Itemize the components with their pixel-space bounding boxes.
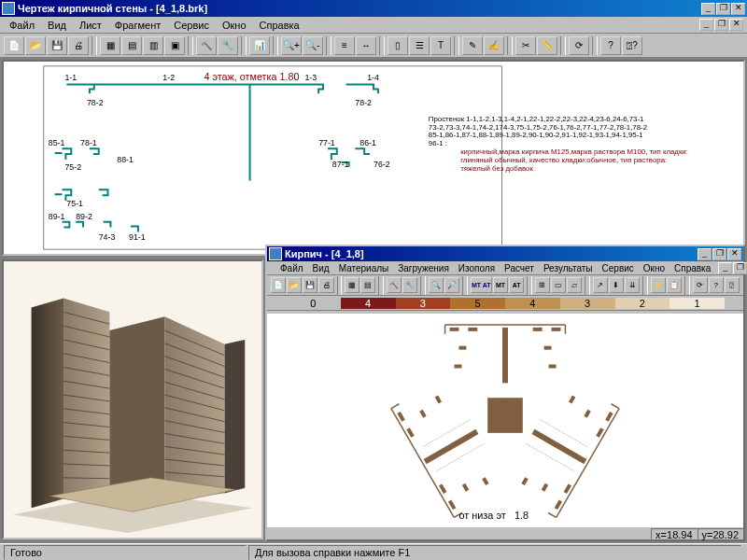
wall-icon[interactable]: ▥	[143, 36, 163, 55]
sub-menu-window[interactable]: Окно	[640, 263, 669, 273]
sub-plan-icon[interactable]: ▱	[567, 277, 582, 293]
menu-view[interactable]: Вид	[42, 19, 72, 32]
sub-mdi-min-button[interactable]: _	[718, 262, 732, 274]
sub-analyze-icon[interactable]: ⚡	[651, 277, 666, 293]
text-icon[interactable]: T	[430, 36, 451, 55]
close-button[interactable]: ✕	[731, 3, 745, 15]
sub-menu-isofields[interactable]: Изополя	[455, 263, 499, 273]
sub-zoom-icon[interactable]: 🔍	[429, 277, 444, 293]
svg-text:91-1: 91-1	[129, 232, 146, 242]
menu-service[interactable]: Сервис	[168, 19, 215, 32]
edit-icon[interactable]: ✎	[462, 36, 483, 55]
svg-text:глиняный обычный, качество кла: глиняный обычный, качество кладки:обычно…	[460, 156, 667, 164]
grid-icon[interactable]: ▦	[100, 36, 120, 55]
wrench-icon[interactable]: 🔧	[218, 36, 238, 55]
render-3d-view[interactable]	[2, 259, 263, 539]
menu-window[interactable]: Окно	[217, 19, 252, 32]
svg-text:78-1: 78-1	[80, 138, 97, 147]
status-ready: Готово	[4, 545, 247, 560]
sub-wall-icon[interactable]: ▤	[360, 277, 375, 293]
sub-grid-icon[interactable]: ▦	[345, 277, 359, 293]
layers-icon[interactable]: ▤	[121, 36, 142, 55]
sub-at-button[interactable]: AT	[509, 277, 524, 293]
svg-rect-80	[521, 477, 528, 485]
svg-text:96-1 :: 96-1 :	[429, 139, 447, 147]
sub-menu-help[interactable]: Справка	[670, 263, 714, 273]
svg-rect-90	[482, 477, 488, 485]
menu-file[interactable]: Файл	[4, 19, 40, 32]
svg-rect-77	[584, 410, 590, 418]
svg-rect-79	[569, 396, 575, 404]
sub-menu-calc[interactable]: Расчет	[500, 263, 538, 273]
sub-mt-button[interactable]: MT	[493, 277, 508, 293]
sub-open-icon[interactable]: 📂	[287, 277, 302, 293]
sub-wrench-icon[interactable]: 🔧	[402, 277, 417, 293]
minimize-button[interactable]: _	[701, 3, 715, 15]
sub-new-icon[interactable]: 📄	[271, 277, 286, 293]
menu-help[interactable]: Справка	[254, 19, 305, 32]
sub-menu-materials[interactable]: Материалы	[335, 263, 393, 273]
plan-view[interactable]: от низа эт 1.8	[267, 314, 743, 526]
new-icon[interactable]: 📄	[4, 36, 24, 55]
sub-menu-file[interactable]: Файл	[276, 263, 307, 273]
sub-report-icon[interactable]: 📋	[667, 277, 682, 293]
column-icon[interactable]: ▣	[164, 36, 185, 55]
sub-elev-icon[interactable]: ▭	[551, 277, 566, 293]
sub-about-icon[interactable]: ⍰	[725, 277, 740, 293]
sub-mtat-button[interactable]: MT AT	[471, 277, 492, 293]
context-help-icon[interactable]: ⍰?	[622, 36, 642, 55]
print-icon[interactable]: 🖨	[68, 36, 89, 55]
drawing-canvas[interactable]: 1-1 1-2 4 этаж, отметка 1.80 1-3 1-4 78-…	[2, 60, 745, 256]
chart-icon[interactable]: 📊	[249, 36, 270, 55]
sub-minimize-button[interactable]: _	[698, 248, 712, 260]
svg-line-93	[422, 420, 471, 448]
sub-force-icon[interactable]: ⇊	[625, 277, 640, 293]
sub-section-icon[interactable]: ⊞	[535, 277, 550, 293]
zoom-out-icon[interactable]: 🔍-	[303, 36, 323, 55]
sub-title: Кирпич - [4_1,8]	[285, 248, 698, 259]
dimension-icon[interactable]: ↔	[356, 36, 376, 55]
list-icon[interactable]: ☰	[409, 36, 430, 55]
align-icon[interactable]: ≡	[334, 36, 355, 55]
svg-text:85-1: 85-1	[49, 138, 65, 147]
svg-marker-31	[109, 316, 164, 505]
refresh-icon[interactable]: ⟳	[569, 36, 589, 55]
sub-menu-service[interactable]: Сервис	[599, 263, 638, 273]
color-scale-ruler: 0 4 3 5 4 3 2 1	[267, 296, 743, 311]
mdi-minimize-button[interactable]: _	[699, 19, 713, 31]
sub-arrow-icon[interactable]: ↗	[593, 277, 608, 293]
sub-hammer-icon[interactable]: 🔨	[387, 277, 402, 293]
select-icon[interactable]: ▯	[388, 36, 408, 55]
sub-refresh-icon[interactable]: ⟳	[693, 277, 708, 293]
hammer-icon[interactable]: 🔨	[196, 36, 217, 55]
sub-save-icon[interactable]: 💾	[303, 277, 317, 293]
sub-mdi-max-button[interactable]: ❐	[733, 262, 747, 274]
svg-rect-65	[458, 346, 466, 350]
workspace: 1-1 1-2 4 этаж, отметка 1.80 1-3 1-4 78-…	[0, 58, 747, 543]
note-icon[interactable]: ✍	[484, 36, 504, 55]
sub-menu-view[interactable]: Вид	[309, 263, 333, 273]
sub-menu-loads[interactable]: Загружения	[394, 263, 453, 273]
maximize-button[interactable]: ❐	[716, 3, 730, 15]
svg-text:76-2: 76-2	[374, 160, 390, 169]
save-icon[interactable]: 💾	[47, 36, 67, 55]
menu-fragment[interactable]: Фрагмент	[109, 19, 166, 32]
sub-maximize-button[interactable]: ❐	[712, 248, 726, 260]
zoom-in-icon[interactable]: 🔍+	[281, 36, 302, 55]
sub-close-button[interactable]: ✕	[727, 248, 741, 260]
mdi-close-button[interactable]: ✕	[729, 19, 743, 31]
sub-zoomout-icon[interactable]: 🔎	[444, 277, 459, 293]
open-icon[interactable]: 📂	[25, 36, 46, 55]
menu-list[interactable]: Лист	[74, 19, 107, 32]
sub-load-icon[interactable]: ⬇	[609, 277, 624, 293]
mdi-restore-button[interactable]: ❐	[714, 19, 728, 31]
sub-menu-results[interactable]: Результаты	[540, 263, 597, 273]
svg-rect-60	[502, 328, 508, 383]
sub-help-icon[interactable]: ?	[709, 277, 724, 293]
cut-icon[interactable]: ✂	[515, 36, 536, 55]
sub-print-icon[interactable]: 🖨	[318, 277, 333, 293]
measure-icon[interactable]: 📏	[537, 36, 557, 55]
svg-rect-61	[450, 328, 459, 331]
help-icon[interactable]: ?	[600, 36, 621, 55]
svg-rect-78	[542, 483, 548, 492]
